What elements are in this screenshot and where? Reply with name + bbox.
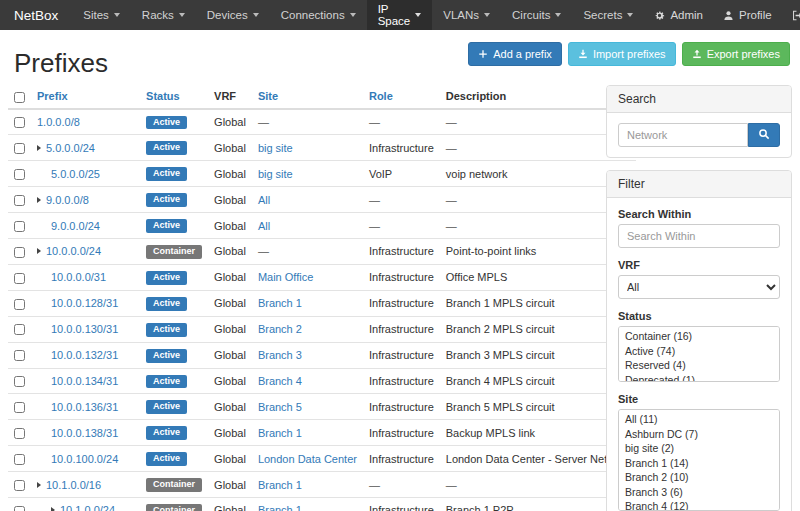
prefix-link[interactable]: 10.0.0.138/31 <box>51 427 118 439</box>
row-checkbox[interactable] <box>14 350 25 361</box>
listbox-option[interactable]: Branch 2 (10) <box>619 470 779 485</box>
site-link[interactable]: Branch 4 <box>258 375 302 387</box>
row-checkbox[interactable] <box>14 143 25 154</box>
column-header-link[interactable]: Status <box>146 90 180 102</box>
table-row: 10.0.0.0/31ActiveGlobalMain OfficeInfras… <box>8 264 636 290</box>
listbox-option[interactable]: Branch 1 (14) <box>619 456 779 471</box>
nav-item-devices[interactable]: Devices <box>196 0 270 30</box>
column-header-link[interactable]: Site <box>258 90 278 102</box>
site-link[interactable]: Main Office <box>258 271 313 283</box>
listbox-option[interactable]: Deprecated (1) <box>619 373 779 383</box>
nav-item-connections[interactable]: Connections <box>270 0 367 30</box>
prefix-link[interactable]: 5.0.0.0/24 <box>46 142 95 154</box>
row-checkbox[interactable] <box>14 454 25 465</box>
nav-item-circuits[interactable]: Circuits <box>501 0 572 30</box>
listbox-option[interactable]: Ashburn DC (7) <box>619 427 779 442</box>
prefix-link[interactable]: 1.0.0.0/8 <box>37 116 80 128</box>
site-link[interactable]: All <box>258 194 270 206</box>
listbox-option[interactable]: big site (2) <box>619 441 779 456</box>
row-checkbox[interactable] <box>14 221 25 232</box>
nav-menu: SitesRacksDevicesConnectionsIP SpaceVLAN… <box>72 0 644 30</box>
prefix-link[interactable]: 10.0.0.134/31 <box>51 375 118 387</box>
expand-arrow-icon[interactable] <box>37 482 41 488</box>
site-link[interactable]: big site <box>258 168 293 180</box>
expand-arrow-icon[interactable] <box>37 145 41 151</box>
column-header-status[interactable]: Status <box>140 85 208 109</box>
vrf-cell: Global <box>208 187 252 213</box>
prefix-link[interactable]: 9.0.0.0/24 <box>51 220 100 232</box>
export-icon <box>692 49 702 59</box>
listbox-option[interactable]: Reserved (4) <box>619 358 779 373</box>
listbox-option[interactable]: Active (74) <box>619 344 779 359</box>
row-checkbox[interactable] <box>14 428 25 439</box>
expand-arrow-icon[interactable] <box>51 507 55 511</box>
nav-profile[interactable]: Profile <box>713 0 782 30</box>
prefix-wrap: 10.0.0.0/31 <box>37 271 134 283</box>
row-checkbox[interactable] <box>14 376 25 387</box>
row-checkbox[interactable] <box>14 506 25 511</box>
row-checkbox[interactable] <box>14 480 25 491</box>
listbox-option[interactable]: Branch 3 (6) <box>619 485 779 500</box>
nav-admin[interactable]: Admin <box>644 0 713 30</box>
site-link[interactable]: Branch 3 <box>258 349 302 361</box>
prefix-link[interactable]: 5.0.0.0/25 <box>51 168 100 180</box>
nav-item-secrets[interactable]: Secrets <box>572 0 644 30</box>
prefix-link[interactable]: 10.0.0.128/31 <box>51 297 118 309</box>
prefix-link[interactable]: 10.0.100.0/24 <box>51 453 118 465</box>
export-prefixes-button[interactable]: Export prefixes <box>682 42 790 66</box>
select-all-checkbox[interactable] <box>14 92 25 103</box>
description-value: Branch 3 MPLS circuit <box>446 349 555 361</box>
site-link[interactable]: big site <box>258 142 293 154</box>
site-link[interactable]: All <box>258 220 270 232</box>
site-link[interactable]: Branch 5 <box>258 401 302 413</box>
row-checkbox[interactable] <box>14 402 25 413</box>
prefix-link[interactable]: 10.1.0.0/16 <box>46 479 101 491</box>
status-listbox[interactable]: Container (16)Active (74)Reserved (4)Dep… <box>618 326 780 382</box>
site-link[interactable]: Branch 2 <box>258 323 302 335</box>
prefix-link[interactable]: 10.0.0.0/24 <box>46 245 101 257</box>
row-checkbox[interactable] <box>14 273 25 284</box>
expand-arrow-icon[interactable] <box>37 248 41 254</box>
site-link[interactable]: Branch 1 <box>258 479 302 491</box>
search-within-input[interactable] <box>618 224 780 248</box>
nav-item-vlans[interactable]: VLANs <box>432 0 501 30</box>
row-checkbox-cell <box>8 213 31 239</box>
prefix-link[interactable]: 10.0.0.0/31 <box>51 271 106 283</box>
listbox-option[interactable]: All (11) <box>619 412 779 427</box>
column-header-site[interactable]: Site <box>252 85 363 109</box>
add-prefix-button[interactable]: Add a prefix <box>468 42 562 66</box>
import-prefixes-button[interactable]: Import prefixes <box>568 42 676 66</box>
search-button[interactable] <box>748 123 780 147</box>
listbox-option[interactable]: Branch 4 (12) <box>619 499 779 511</box>
row-checkbox[interactable] <box>14 117 25 128</box>
column-header-prefix[interactable]: Prefix <box>31 85 140 109</box>
site-link[interactable]: London Data Center <box>258 453 357 465</box>
listbox-option[interactable]: Container (16) <box>619 329 779 344</box>
row-checkbox[interactable] <box>14 299 25 310</box>
site-link[interactable]: Branch 1 <box>258 297 302 309</box>
prefix-link[interactable]: 10.1.0.0/24 <box>60 504 115 511</box>
row-checkbox[interactable] <box>14 324 25 335</box>
column-header-link[interactable]: Prefix <box>37 90 68 102</box>
expand-arrow-icon[interactable] <box>37 197 41 203</box>
search-input[interactable] <box>618 123 748 147</box>
prefix-link[interactable]: 10.0.0.132/31 <box>51 349 118 361</box>
site-link[interactable]: Branch 1 <box>258 504 302 511</box>
vrf-select[interactable]: All <box>618 275 780 299</box>
nav-item-racks[interactable]: Racks <box>131 0 196 30</box>
prefix-link[interactable]: 9.0.0.0/8 <box>46 194 89 206</box>
brand-link[interactable]: NetBox <box>0 0 72 30</box>
prefix-link[interactable]: 10.0.0.130/31 <box>51 323 118 335</box>
row-checkbox[interactable] <box>14 169 25 180</box>
site-listbox[interactable]: All (11)Ashburn DC (7)big site (2)Branch… <box>618 409 780 511</box>
site-link[interactable]: Branch 1 <box>258 427 302 439</box>
nav-item-ip-space[interactable]: IP Space <box>367 0 433 30</box>
nav-log-out[interactable]: Log out <box>782 0 800 30</box>
row-checkbox[interactable] <box>14 247 25 258</box>
row-checkbox[interactable] <box>14 195 25 206</box>
status-cell: Active <box>140 368 208 394</box>
column-header-link[interactable]: Role <box>369 90 393 102</box>
prefix-link[interactable]: 10.0.0.136/31 <box>51 401 118 413</box>
column-header-role[interactable]: Role <box>363 85 440 109</box>
nav-item-sites[interactable]: Sites <box>72 0 131 30</box>
